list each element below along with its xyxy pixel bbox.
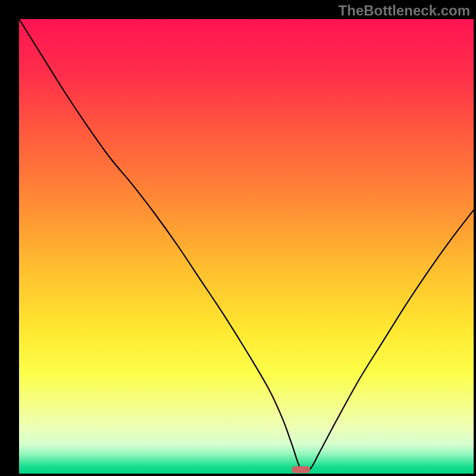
gradient-background [19,19,474,474]
chart-frame: TheBottleneck.com [0,0,476,476]
optimum-marker [292,466,310,473]
bottleneck-chart [0,0,476,476]
